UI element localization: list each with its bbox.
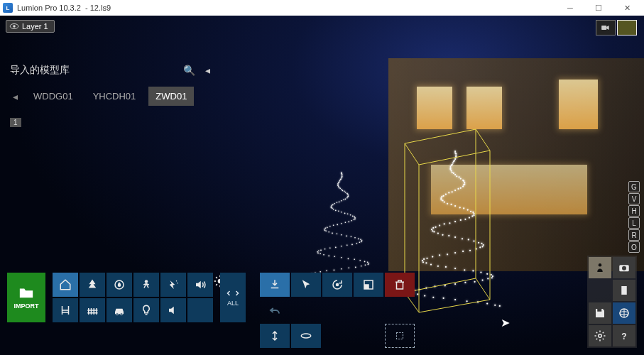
tool-place[interactable]: [260, 273, 290, 297]
tool-undo[interactable]: [260, 298, 290, 322]
layer-indicator[interactable]: Layer 1: [6, 20, 55, 33]
tool-align[interactable]: [291, 324, 321, 348]
tab-2[interactable]: ZWD01: [148, 87, 194, 106]
svg-point-22: [176, 280, 178, 282]
view-thumb-scene[interactable]: [617, 20, 637, 36]
svg-text:?: ?: [621, 332, 626, 342]
all-label: ALL: [227, 300, 239, 307]
tool-select[interactable]: [291, 273, 321, 297]
mode-save[interactable]: [589, 302, 611, 324]
view-thumbnails: [596, 20, 637, 36]
tool-scale[interactable]: [354, 273, 383, 297]
cat-tree[interactable]: [80, 273, 105, 297]
cat-person[interactable]: [133, 273, 159, 297]
mode-blank: [589, 280, 611, 301]
cat-sound[interactable]: [187, 273, 213, 297]
key-h[interactable]: H: [628, 205, 640, 217]
mode-build[interactable]: [589, 257, 611, 278]
worker-icon: [594, 261, 606, 274]
search-icon[interactable]: 🔍: [183, 65, 195, 76]
fence-icon: [86, 304, 99, 317]
fx-icon: [167, 278, 180, 291]
save-icon: [594, 307, 606, 320]
svg-rect-37: [627, 286, 628, 295]
tool-delete[interactable]: [385, 273, 415, 297]
water-icon: [113, 278, 126, 291]
cat-chair[interactable]: [53, 298, 78, 322]
cat-fx[interactable]: [160, 273, 186, 297]
svg-point-42: [599, 334, 602, 338]
svg-rect-38: [597, 309, 601, 312]
mode-photo[interactable]: [613, 257, 635, 278]
globe-icon: [618, 307, 631, 320]
mode-panorama[interactable]: [613, 302, 635, 324]
mode-panel: ?: [587, 256, 637, 348]
library-panel: 导入的模型库 🔍 ◂ ◂ WDDG01 YHCDH01 ZWD01 1: [10, 64, 210, 127]
height-icon: [268, 329, 281, 342]
tab-0[interactable]: WDDG01: [26, 87, 80, 106]
cat-car[interactable]: [107, 298, 132, 322]
mode-settings[interactable]: [589, 325, 611, 346]
cat-empty: [187, 298, 213, 322]
camcorder-icon: [601, 23, 611, 32]
minimize-button[interactable]: ─: [556, 0, 584, 16]
tree-icon: [86, 278, 99, 291]
help-icon: ?: [618, 329, 631, 342]
undo-icon: [268, 304, 281, 317]
svg-point-34: [622, 266, 626, 271]
collapse-icon[interactable]: ◂: [205, 65, 210, 76]
svg-rect-29: [364, 284, 369, 289]
tool-grid: [260, 273, 415, 348]
key-g[interactable]: G: [628, 181, 640, 192]
svg-point-25: [121, 313, 123, 315]
tool-rotate[interactable]: [322, 273, 352, 297]
svg-marker-9: [606, 26, 609, 30]
marquee-icon: [393, 329, 406, 342]
car-icon: [113, 304, 126, 317]
light-icon: [140, 304, 153, 317]
cat-home[interactable]: [53, 273, 78, 297]
library-title: 导入的模型库: [10, 64, 70, 77]
key-v[interactable]: V: [628, 193, 640, 204]
svg-rect-31: [397, 333, 403, 339]
cat-fence[interactable]: [80, 298, 105, 322]
svg-point-21: [145, 280, 148, 283]
scene-spiral-2: [408, 151, 501, 307]
maximize-button[interactable]: ☐: [584, 0, 613, 16]
key-o[interactable]: O: [628, 241, 640, 253]
app-title: Lumion Pro 10.3.2 - 12.ls9: [17, 4, 111, 12]
film-icon: [618, 284, 631, 297]
tab-1[interactable]: YHCDH01: [86, 87, 143, 106]
cat-light[interactable]: [133, 298, 159, 322]
gear-icon: [594, 329, 606, 342]
speaker-icon: [167, 304, 180, 317]
view-thumb-camera[interactable]: [596, 20, 616, 36]
svg-point-27: [336, 283, 339, 287]
sound-icon: [194, 278, 207, 291]
import-button[interactable]: IMPORT: [7, 273, 45, 322]
scale-icon: [362, 278, 375, 291]
folder-icon: [18, 285, 34, 300]
all-button[interactable]: ALL: [220, 273, 246, 322]
key-r[interactable]: R: [628, 229, 640, 241]
page-indicator[interactable]: 1: [10, 116, 210, 127]
app-icon: L: [3, 3, 13, 13]
align-icon: [300, 329, 312, 342]
tool-marquee[interactable]: [385, 324, 415, 348]
cat-water[interactable]: [107, 273, 132, 297]
camera-icon: [618, 261, 631, 274]
cat-speaker[interactable]: [160, 298, 186, 322]
person-icon: [140, 278, 153, 291]
key-l[interactable]: L: [628, 217, 640, 229]
tool-height[interactable]: [260, 324, 290, 348]
mode-movie[interactable]: [613, 280, 635, 301]
svg-point-23: [177, 283, 178, 284]
place-tool-icon: [268, 278, 281, 291]
rotate-icon: [331, 278, 344, 291]
arrows-icon: [227, 288, 239, 298]
select-icon: [300, 278, 312, 291]
close-button[interactable]: ✕: [613, 0, 641, 16]
mode-help[interactable]: ?: [613, 325, 635, 346]
tab-prev[interactable]: ◂: [10, 91, 21, 102]
svg-point-32: [599, 263, 602, 267]
